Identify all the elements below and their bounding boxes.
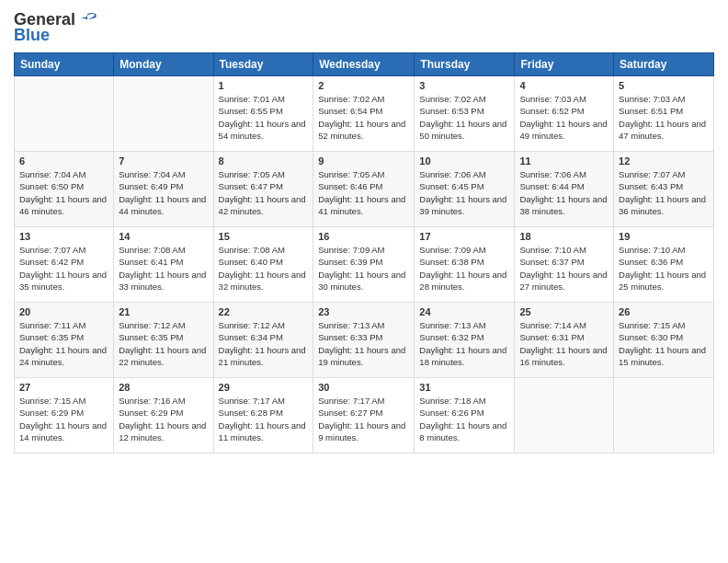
- calendar-cell: 9Sunrise: 7:05 AMSunset: 6:46 PMDaylight…: [313, 152, 415, 227]
- calendar-cell: 21Sunrise: 7:12 AMSunset: 6:35 PMDayligh…: [114, 303, 213, 378]
- calendar-cell: 2Sunrise: 7:02 AMSunset: 6:54 PMDaylight…: [313, 76, 415, 152]
- day-number: 8: [219, 155, 309, 167]
- sunrise-text: Sunrise: 7:05 AM: [219, 169, 285, 179]
- calendar-cell: 4Sunrise: 7:03 AMSunset: 6:52 PMDaylight…: [515, 76, 614, 152]
- day-info: Sunrise: 7:15 AMSunset: 6:29 PMDaylight:…: [19, 395, 108, 443]
- daylight-text: Daylight: 11 hours and 47 minutes.: [619, 119, 706, 141]
- sunset-text: Sunset: 6:26 PM: [419, 408, 483, 418]
- day-info: Sunrise: 7:16 AMSunset: 6:29 PMDaylight:…: [119, 395, 208, 443]
- calendar-cell: 18Sunrise: 7:10 AMSunset: 6:37 PMDayligh…: [515, 227, 614, 303]
- calendar-week-row: 27Sunrise: 7:15 AMSunset: 6:29 PMDayligh…: [15, 378, 714, 454]
- day-number: 19: [619, 231, 709, 242]
- sunset-text: Sunset: 6:54 PM: [318, 106, 382, 116]
- daylight-text: Daylight: 11 hours and 8 minutes.: [419, 420, 506, 442]
- sunrise-text: Sunrise: 7:09 AM: [318, 245, 384, 255]
- day-number: 28: [119, 382, 208, 393]
- day-number: 15: [219, 231, 309, 242]
- day-number: 22: [219, 306, 309, 317]
- daylight-text: Daylight: 11 hours and 52 minutes.: [318, 119, 405, 141]
- sunset-text: Sunset: 6:29 PM: [19, 408, 84, 418]
- calendar-cell: 25Sunrise: 7:14 AMSunset: 6:31 PMDayligh…: [515, 303, 614, 378]
- sunset-text: Sunset: 6:32 PM: [419, 332, 483, 342]
- weekday-header: Monday: [114, 53, 213, 76]
- calendar-cell: 13Sunrise: 7:07 AMSunset: 6:42 PMDayligh…: [15, 227, 114, 303]
- daylight-text: Daylight: 11 hours and 9 minutes.: [318, 420, 405, 442]
- daylight-text: Daylight: 11 hours and 14 minutes.: [19, 420, 107, 442]
- sunset-text: Sunset: 6:47 PM: [219, 181, 283, 191]
- day-info: Sunrise: 7:02 AMSunset: 6:53 PMDaylight:…: [419, 93, 509, 142]
- sunset-text: Sunset: 6:41 PM: [119, 257, 183, 267]
- weekday-header: Tuesday: [213, 53, 313, 76]
- daylight-text: Daylight: 11 hours and 38 minutes.: [519, 194, 607, 216]
- day-number: 12: [619, 155, 709, 167]
- daylight-text: Daylight: 11 hours and 15 minutes.: [619, 345, 706, 367]
- day-info: Sunrise: 7:13 AMSunset: 6:32 PMDaylight:…: [419, 319, 509, 368]
- daylight-text: Daylight: 11 hours and 42 minutes.: [219, 194, 306, 216]
- calendar-cell: [515, 378, 614, 454]
- sunrise-text: Sunrise: 7:09 AM: [419, 245, 485, 255]
- day-info: Sunrise: 7:05 AMSunset: 6:46 PMDaylight:…: [318, 168, 409, 217]
- logo-bird-icon: [77, 9, 97, 29]
- weekday-header: Saturday: [614, 53, 714, 76]
- day-number: 7: [119, 155, 208, 167]
- day-number: 27: [19, 382, 108, 393]
- day-number: 3: [419, 80, 509, 91]
- day-number: 1: [219, 80, 309, 91]
- calendar-cell: [114, 76, 213, 152]
- sunset-text: Sunset: 6:29 PM: [119, 408, 183, 418]
- day-info: Sunrise: 7:05 AMSunset: 6:47 PMDaylight:…: [219, 168, 309, 217]
- calendar-cell: 23Sunrise: 7:13 AMSunset: 6:33 PMDayligh…: [313, 303, 415, 378]
- sunset-text: Sunset: 6:46 PM: [318, 181, 382, 191]
- sunrise-text: Sunrise: 7:01 AM: [219, 94, 285, 104]
- day-info: Sunrise: 7:13 AMSunset: 6:33 PMDaylight:…: [318, 319, 409, 368]
- sunset-text: Sunset: 6:40 PM: [219, 257, 283, 267]
- day-info: Sunrise: 7:11 AMSunset: 6:35 PMDaylight:…: [19, 319, 108, 368]
- daylight-text: Daylight: 11 hours and 44 minutes.: [119, 194, 206, 216]
- sunrise-text: Sunrise: 7:14 AM: [519, 320, 586, 330]
- sunrise-text: Sunrise: 7:10 AM: [619, 245, 685, 255]
- weekday-header: Thursday: [415, 53, 515, 76]
- day-number: 5: [619, 80, 709, 91]
- daylight-text: Daylight: 11 hours and 19 minutes.: [318, 345, 405, 367]
- sunrise-text: Sunrise: 7:13 AM: [318, 320, 384, 330]
- day-info: Sunrise: 7:06 AMSunset: 6:44 PMDaylight:…: [519, 168, 609, 217]
- day-info: Sunrise: 7:04 AMSunset: 6:49 PMDaylight:…: [119, 168, 208, 217]
- sunset-text: Sunset: 6:28 PM: [219, 408, 283, 418]
- daylight-text: Daylight: 11 hours and 27 minutes.: [519, 270, 607, 292]
- sunrise-text: Sunrise: 7:06 AM: [419, 169, 485, 179]
- calendar-cell: 6Sunrise: 7:04 AMSunset: 6:50 PMDaylight…: [15, 152, 114, 227]
- weekday-header: Sunday: [15, 53, 114, 76]
- day-number: 21: [119, 306, 208, 317]
- daylight-text: Daylight: 11 hours and 36 minutes.: [619, 194, 706, 216]
- sunset-text: Sunset: 6:50 PM: [19, 181, 84, 191]
- sunset-text: Sunset: 6:35 PM: [19, 332, 84, 342]
- weekday-header: Wednesday: [313, 53, 415, 76]
- sunset-text: Sunset: 6:42 PM: [19, 257, 84, 267]
- calendar-header-row: SundayMondayTuesdayWednesdayThursdayFrid…: [15, 53, 714, 76]
- day-info: Sunrise: 7:04 AMSunset: 6:50 PMDaylight:…: [19, 168, 108, 217]
- sunrise-text: Sunrise: 7:18 AM: [419, 396, 485, 406]
- daylight-text: Daylight: 11 hours and 21 minutes.: [219, 345, 306, 367]
- daylight-text: Daylight: 11 hours and 41 minutes.: [318, 194, 405, 216]
- day-number: 29: [219, 382, 309, 393]
- daylight-text: Daylight: 11 hours and 22 minutes.: [119, 345, 206, 367]
- sunrise-text: Sunrise: 7:17 AM: [318, 396, 384, 406]
- sunrise-text: Sunrise: 7:05 AM: [318, 169, 384, 179]
- calendar-cell: [614, 378, 714, 454]
- day-info: Sunrise: 7:18 AMSunset: 6:26 PMDaylight:…: [419, 395, 509, 443]
- day-number: 10: [419, 155, 509, 167]
- sunset-text: Sunset: 6:30 PM: [619, 332, 683, 342]
- day-info: Sunrise: 7:08 AMSunset: 6:41 PMDaylight:…: [119, 244, 208, 293]
- day-info: Sunrise: 7:09 AMSunset: 6:38 PMDaylight:…: [419, 244, 509, 293]
- day-info: Sunrise: 7:17 AMSunset: 6:27 PMDaylight:…: [318, 395, 409, 443]
- day-number: 16: [318, 231, 409, 242]
- calendar-cell: 8Sunrise: 7:05 AMSunset: 6:47 PMDaylight…: [213, 152, 313, 227]
- day-info: Sunrise: 7:07 AMSunset: 6:43 PMDaylight:…: [619, 168, 709, 217]
- sunset-text: Sunset: 6:34 PM: [219, 332, 283, 342]
- sunrise-text: Sunrise: 7:10 AM: [519, 245, 586, 255]
- calendar-cell: 11Sunrise: 7:06 AMSunset: 6:44 PMDayligh…: [515, 152, 614, 227]
- sunset-text: Sunset: 6:51 PM: [619, 106, 683, 116]
- sunset-text: Sunset: 6:45 PM: [419, 181, 483, 191]
- sunrise-text: Sunrise: 7:04 AM: [119, 169, 185, 179]
- daylight-text: Daylight: 11 hours and 49 minutes.: [519, 119, 607, 141]
